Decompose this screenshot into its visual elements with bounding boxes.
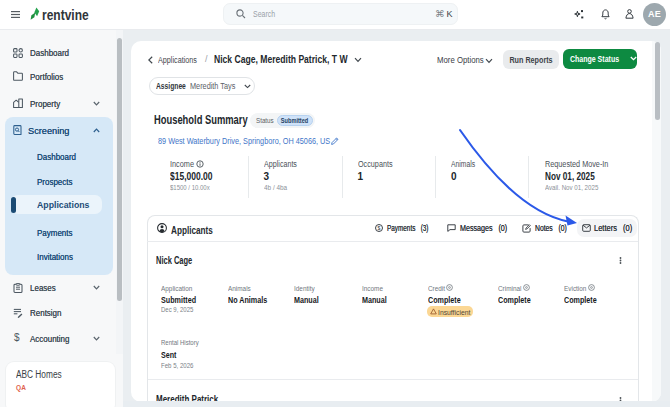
svg-text:$: $ — [377, 225, 380, 231]
